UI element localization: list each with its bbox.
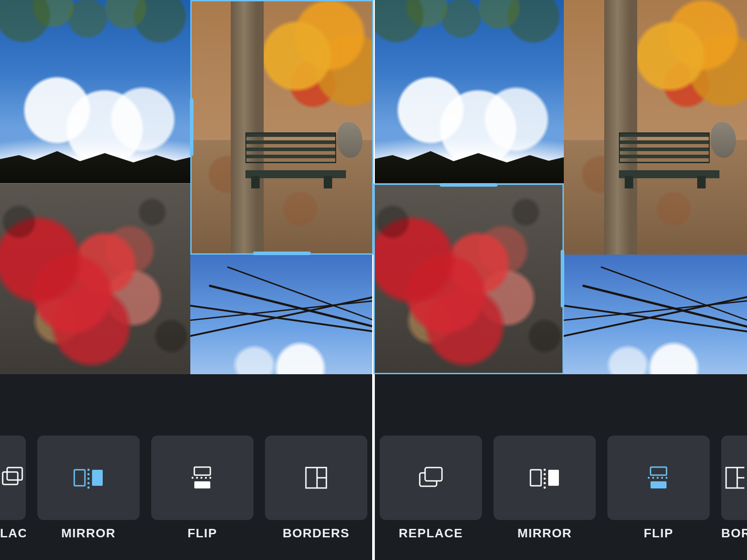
edit-toolbar: REPLACE MIRROR FLIP BORDERS xyxy=(374,374,747,560)
collage-cell-sky[interactable] xyxy=(374,0,564,184)
flip-button[interactable] xyxy=(607,436,710,520)
svg-point-30 xyxy=(648,477,650,479)
borders-icon xyxy=(724,465,744,490)
mirror-icon xyxy=(529,465,561,490)
collage-cell-red-leaves[interactable] xyxy=(0,184,190,374)
svg-point-4 xyxy=(88,469,90,471)
svg-point-7 xyxy=(88,482,90,484)
collage-canvas[interactable] xyxy=(374,0,747,374)
borders-label: BORDERS xyxy=(721,526,747,551)
collage-cell-branches[interactable] xyxy=(564,255,747,374)
svg-rect-21 xyxy=(530,470,541,486)
collage-canvas[interactable] xyxy=(0,0,374,374)
svg-rect-22 xyxy=(548,470,559,486)
svg-rect-20 xyxy=(425,468,442,481)
svg-point-11 xyxy=(192,477,193,479)
replace-button[interactable] xyxy=(0,436,26,520)
flip-label: FLIP xyxy=(607,526,710,551)
replace-icon xyxy=(418,466,444,490)
mirror-button[interactable] xyxy=(37,436,140,520)
svg-point-26 xyxy=(544,482,546,484)
collage-cell-red-leaves[interactable] xyxy=(374,184,564,374)
svg-point-15 xyxy=(209,477,211,479)
mirror-icon xyxy=(72,465,104,490)
svg-point-8 xyxy=(88,487,90,489)
svg-rect-3 xyxy=(92,470,103,486)
flip-label: FLIP xyxy=(151,526,253,551)
svg-point-14 xyxy=(205,477,207,479)
svg-rect-0 xyxy=(3,472,18,484)
replace-label: REPLACE xyxy=(380,526,482,551)
collage-cell-sky[interactable] xyxy=(0,0,190,184)
mirror-label: MIRROR xyxy=(37,526,140,551)
svg-point-34 xyxy=(666,477,667,479)
replace-label: LACE xyxy=(0,526,26,551)
svg-rect-29 xyxy=(651,481,667,488)
replace-button[interactable] xyxy=(380,436,482,520)
collage-cell-bench[interactable] xyxy=(564,0,747,255)
collage-cell-bench[interactable] xyxy=(190,0,374,255)
screenshot-left: LACE MIRROR FLIP BORDERS xyxy=(0,0,374,560)
svg-point-13 xyxy=(201,477,202,479)
svg-point-5 xyxy=(88,473,90,476)
mirror-label: MIRROR xyxy=(494,526,596,551)
svg-point-32 xyxy=(657,477,659,479)
svg-rect-2 xyxy=(74,470,85,486)
borders-icon xyxy=(304,465,329,490)
flip-icon xyxy=(645,464,672,491)
replace-icon xyxy=(1,466,25,490)
borders-button[interactable] xyxy=(721,436,747,520)
borders-label: BORDERS xyxy=(265,526,367,551)
svg-rect-1 xyxy=(7,468,22,480)
svg-point-31 xyxy=(652,477,654,479)
edit-toolbar: LACE MIRROR FLIP BORDERS xyxy=(0,374,374,560)
svg-rect-10 xyxy=(194,481,210,488)
svg-point-25 xyxy=(544,478,546,480)
svg-rect-28 xyxy=(651,467,667,475)
borders-button[interactable] xyxy=(265,436,367,520)
screenshot-right: REPLACE MIRROR FLIP BORDERS xyxy=(374,0,747,560)
mirror-button[interactable] xyxy=(494,436,596,520)
svg-point-27 xyxy=(544,487,546,489)
svg-point-23 xyxy=(544,469,546,471)
flip-button[interactable] xyxy=(151,436,253,520)
flip-icon xyxy=(189,464,216,491)
svg-point-33 xyxy=(661,477,663,479)
collage-cell-branches[interactable] xyxy=(190,255,374,374)
panel-divider xyxy=(372,0,375,560)
svg-point-24 xyxy=(544,473,546,476)
svg-point-12 xyxy=(196,477,198,479)
svg-rect-9 xyxy=(194,467,210,475)
svg-point-6 xyxy=(88,478,90,480)
